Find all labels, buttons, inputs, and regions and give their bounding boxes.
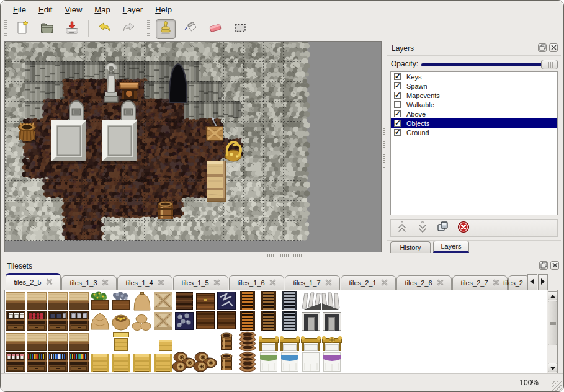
layers-restore-button[interactable]	[538, 43, 547, 52]
tileset-tab-label: tiles_1_4	[125, 279, 153, 287]
tileset-content	[4, 290, 558, 373]
move-layer-up-button[interactable]	[395, 221, 410, 236]
tileset-tab-tiles_2[interactable]: tiles_2	[508, 275, 527, 290]
layer-row-keys[interactable]: ✓Keys	[391, 72, 557, 81]
tab-layers[interactable]: Layers	[433, 241, 469, 253]
menu-help[interactable]: Help	[149, 3, 178, 16]
horizontal-splitter[interactable]	[1, 253, 563, 257]
opacity-label: Opacity:	[391, 60, 418, 68]
tileset-tab-tiles_1_5[interactable]: tiles_1_5	[173, 275, 228, 290]
tileset-tab-tiles_2_1[interactable]: tiles_2_1	[341, 275, 396, 290]
move-layer-down-button[interactable]	[415, 221, 430, 236]
layer-list: ✓Keys✓Spawn✓MapeventsWalkable✓Above✓Obje…	[390, 71, 558, 215]
layer-row-ground[interactable]: ✓Ground	[391, 128, 557, 137]
tab-history[interactable]: History	[390, 241, 431, 253]
save-icon	[64, 20, 80, 38]
delete-layer-button[interactable]	[456, 221, 471, 236]
tileset-tab-tiles_1_3[interactable]: tiles_1_3	[61, 275, 117, 290]
layer-label: Keys	[406, 73, 421, 81]
eraser-icon	[207, 20, 223, 38]
menu-map[interactable]: Map	[88, 3, 116, 16]
map-canvas[interactable]	[5, 42, 381, 252]
tab-close-icon[interactable]	[46, 278, 53, 287]
tileset-tab-tiles_1_7[interactable]: tiles_1_7	[285, 275, 340, 290]
tileset-scrollbar[interactable]	[547, 290, 557, 373]
stamp-icon	[158, 20, 174, 38]
save-button[interactable]	[62, 19, 82, 39]
tileset-tab-label: tiles_2_7	[460, 279, 488, 287]
scroll-up-button[interactable]	[548, 291, 557, 300]
resize-grip[interactable]	[552, 381, 562, 391]
opacity-slider-handle[interactable]	[541, 60, 558, 69]
redo-button[interactable]	[119, 19, 139, 39]
menu-mnemonic: F	[13, 5, 18, 14]
tileset-tabs: tiles_2_5tiles_1_3tiles_1_4tiles_1_5tile…	[4, 273, 527, 290]
menu-file[interactable]: File	[7, 3, 32, 16]
tab-close-icon[interactable]	[213, 279, 220, 287]
menu-mnemonic: M	[94, 5, 101, 14]
tilesets-close-button[interactable]	[550, 261, 559, 270]
fill-tool-button[interactable]	[181, 19, 200, 39]
layer-visibility-checkbox[interactable]: ✓	[394, 129, 401, 136]
tileset-tab-tiles_1_4[interactable]: tiles_1_4	[117, 275, 172, 290]
tab-close-icon[interactable]	[269, 279, 276, 287]
select-tool-button[interactable]	[230, 19, 250, 39]
splitter-grip[interactable]	[264, 254, 302, 257]
tab-scroll-left-button[interactable]	[527, 274, 537, 290]
map-editor-window: FileEditViewMapLayerHelp Layers Opacity:…	[0, 0, 564, 392]
grip-dots	[545, 62, 554, 68]
layer-visibility-checkbox[interactable]: ✓	[394, 82, 401, 89]
layer-row-objects[interactable]: ✓Objects	[391, 118, 557, 128]
layer-row-walkable[interactable]: Walkable	[391, 100, 557, 109]
menu-mnemonic: H	[155, 5, 161, 14]
splitter-grip[interactable]	[383, 125, 385, 168]
scroll-down-button[interactable]	[548, 363, 557, 372]
menu-layer[interactable]: Layer	[117, 3, 150, 16]
stamp-tool-button[interactable]	[156, 19, 176, 39]
vertical-splitter[interactable]	[382, 41, 387, 252]
tab-close-icon[interactable]	[158, 279, 164, 287]
tab-close-icon[interactable]	[102, 279, 109, 287]
menu-edit[interactable]: Edit	[32, 3, 58, 16]
layers-close-button[interactable]	[549, 43, 558, 52]
tilesets-restore-button[interactable]	[539, 261, 548, 270]
close-icon	[550, 42, 557, 53]
layer-visibility-checkbox[interactable]: ✓	[394, 110, 401, 117]
scrollbar-thumb[interactable]	[548, 301, 557, 345]
tab-close-icon[interactable]	[325, 279, 332, 287]
layers-panel: Layers Opacity: ✓Keys✓Spawn✓MapeventsWal…	[387, 41, 561, 253]
menu-mnemonic: V	[65, 5, 69, 14]
arrow-up-icon	[550, 290, 556, 301]
tab-close-icon[interactable]	[437, 279, 444, 287]
layer-visibility-checkbox[interactable]: ✓	[394, 120, 401, 127]
layer-row-mapevents[interactable]: ✓Mapevents	[391, 91, 557, 100]
undo-button[interactable]	[94, 19, 114, 39]
tileset-tab-label: tiles_1_5	[181, 279, 208, 287]
map-view	[4, 41, 382, 252]
layer-row-spawn[interactable]: ✓Spawn	[391, 81, 557, 91]
tileset-tab-tiles_2_7[interactable]: tiles_2_7	[452, 275, 508, 290]
grip-dots	[550, 322, 556, 325]
tileset-tab-tiles_2_5[interactable]: tiles_2_5	[6, 273, 61, 290]
layer-visibility-checkbox[interactable]: ✓	[394, 73, 401, 80]
tileset-tab-tiles_1_6[interactable]: tiles_1_6	[229, 275, 284, 290]
layers-panel-title: Layers	[392, 44, 414, 53]
tileset-canvas[interactable]	[5, 290, 547, 373]
toolbar-drag-handle[interactable]	[147, 20, 150, 37]
tab-close-icon[interactable]	[381, 279, 388, 287]
layer-row-above[interactable]: ✓Above	[391, 109, 557, 118]
duplicate-layer-button[interactable]	[436, 221, 450, 236]
undo-icon	[96, 20, 112, 38]
toolbar-drag-handle[interactable]	[4, 20, 7, 37]
tab-scroll-right-button[interactable]	[538, 274, 548, 290]
new-map-button[interactable]	[12, 19, 32, 39]
eraser-tool-button[interactable]	[205, 19, 225, 39]
menu-view[interactable]: View	[58, 3, 88, 16]
tileset-tab-tiles_2_6[interactable]: tiles_2_6	[396, 275, 452, 290]
layer-visibility-checkbox[interactable]	[394, 101, 401, 108]
open-button[interactable]	[37, 19, 57, 39]
tab-close-icon[interactable]	[493, 279, 499, 287]
opacity-slider-track[interactable]	[421, 63, 555, 66]
toolbar-separator	[88, 20, 89, 37]
layer-visibility-checkbox[interactable]: ✓	[394, 92, 401, 99]
